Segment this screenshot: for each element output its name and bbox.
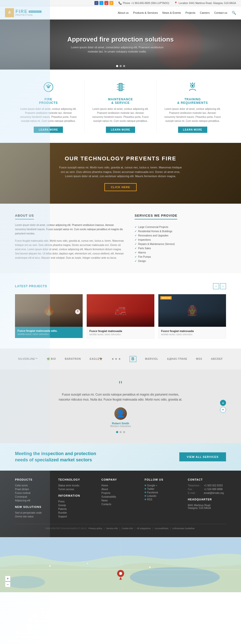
hero-title: Approved fire protection solutions: [67, 36, 174, 43]
project-card-3[interactable]: RESCUE 👨‍🚒 Fusce feugiat malesuada MORBI…: [158, 294, 226, 339]
check-icon-9: ✓: [135, 260, 137, 262]
phone-label: Phone: [123, 2, 130, 5]
t-dot-3[interactable]: [123, 431, 125, 433]
partner-4: Eagle🦅: [90, 358, 103, 360]
dot-twitter: [145, 488, 146, 490]
footer-follow-twitter[interactable]: Twitter: [145, 488, 183, 490]
testimonial-up-btn[interactable]: ▲: [220, 400, 226, 406]
partner-10: AbcDef: [211, 358, 223, 360]
svg-point-14: [49, 565, 51, 567]
project-sub-2: MORBI NUNC ODIO GRAVIDA: [89, 333, 152, 336]
quote-mark: ": [30, 380, 211, 390]
training-learn-btn[interactable]: LEARN MORE: [178, 127, 207, 133]
footer-follow-linkedin[interactable]: Linkedin: [145, 495, 183, 497]
footer-bottom-link-6[interactable]: Unfortunate GuideBan: [172, 527, 195, 530]
feature-training: TRAINING& REQUIREMENTS Lorem ipsum dolor…: [159, 80, 226, 133]
project-info-2: Fusce feugiat malesuada MORBI NUNC ODIO …: [87, 327, 154, 339]
check-icon-2: ✓: [135, 230, 137, 233]
footer-info-link-3[interactable]: Patents: [58, 508, 96, 510]
nav-about[interactable]: About us: [118, 11, 128, 14]
footer-company-link-1[interactable]: Home: [101, 484, 140, 487]
main-nav: About us Products & Services News & Even…: [118, 11, 236, 15]
footer-bottom-link-3[interactable]: Cookie info: [122, 527, 133, 530]
tech-banner-btn[interactable]: CLICK HERE: [104, 183, 137, 191]
t-dot-2[interactable]: [120, 431, 122, 433]
hero-dot-1[interactable]: [116, 65, 118, 67]
services-section: SERVICES WE PROVIDE ✓Large Commercial Pr…: [135, 214, 226, 263]
footer-company-link-4[interactable]: Sustainability: [101, 495, 140, 498]
rescue-label: RESCUE: [160, 296, 172, 299]
check-icon-8: ✓: [135, 255, 137, 258]
location-info: 📍 Location 6441 Martinus Road, Glasgow, …: [174, 2, 236, 5]
footer-info-link-2[interactable]: Gossip: [58, 504, 96, 507]
footer-info-link-1[interactable]: Press: [58, 500, 96, 503]
nav-products[interactable]: Products & Services: [133, 11, 158, 14]
footer-follow-google[interactable]: Google +: [145, 484, 183, 487]
maintenance-learn-btn[interactable]: LEARN MORE: [106, 127, 135, 133]
feature-maintenance: MAINTENANCE& SERVICE Lorem ipsum dolor s…: [87, 80, 154, 133]
search-icon[interactable]: 🔍: [232, 11, 236, 15]
footer-info-link-4[interactable]: Rumble: [58, 511, 96, 514]
footer-follow-rss[interactable]: RSS: [145, 498, 183, 501]
top-social-links: f t g ⊛: [94, 1, 113, 5]
tech-banner-title: OUR TECHNOLOGY PREVENTS FIRE: [58, 155, 183, 162]
footer-company-link-3[interactable]: Projects: [101, 492, 140, 494]
tech-banner-subtitle: Fusce suscipit varius mi. Morbi nunc odi…: [58, 165, 183, 179]
map-section: + −: [0, 537, 241, 592]
service-item: ✓Alarms: [135, 250, 226, 255]
footer-info-link-5[interactable]: Support: [58, 515, 96, 518]
feature-training-text: Lorem ipsum dolor sit amet, contour adip…: [164, 107, 221, 123]
project-image-2: 🚒: [87, 294, 154, 327]
map-zoom-out-btn[interactable]: −: [5, 582, 10, 587]
service-item: ✓Inspections: [135, 238, 226, 242]
t-dot-1[interactable]: [116, 431, 118, 433]
facebook-top-icon[interactable]: f: [94, 1, 98, 5]
footer-company-link-5[interactable]: News: [101, 499, 140, 502]
footer-hq-title: HEADQUARTER: [188, 498, 226, 501]
footer-tech-link-1[interactable]: Status error incodu: [58, 484, 96, 487]
testimonial-down-btn[interactable]: ▼: [220, 407, 226, 413]
twitter-top-icon[interactable]: t: [99, 1, 103, 5]
footer-tech-link-2[interactable]: Turren accous: [58, 488, 96, 491]
phone-number: +1 963-665-9605 (560-LUPTADO): [131, 2, 169, 5]
testimonial-company: Western Industries: [30, 425, 211, 428]
nav-contact[interactable]: Contact us: [214, 11, 227, 14]
dot-linkedin: [145, 495, 146, 497]
hero-dot-2[interactable]: [120, 65, 122, 67]
nav-projects[interactable]: Projects: [186, 11, 196, 14]
footer-company: COMPANY Home About Projects Sustainabili…: [101, 478, 140, 519]
dot-facebook: [145, 492, 146, 493]
footer-bottom-link-2[interactable]: Service info: [106, 527, 118, 530]
projects-nav: ‹ ›: [213, 283, 226, 289]
partner-8: АДНА5 ГРАНЕ: [167, 358, 187, 360]
rss-top-icon[interactable]: ⊛: [109, 1, 113, 5]
project-card-2[interactable]: 🚒 Fusce feugiat malesuada MORBI NUNC ODI…: [87, 294, 154, 339]
gplus-top-icon[interactable]: g: [104, 1, 108, 5]
footer-company-title: COMPANY: [101, 478, 140, 481]
footer-follow-facebook[interactable]: Facebook: [145, 491, 183, 494]
services-title: SERVICES WE PROVIDE: [135, 214, 177, 219]
footer-bottom-link-4[interactable]: All subpptions: [137, 527, 151, 530]
project-info-3: Fusce feugiat malesuada MORBI NUNC ODIO …: [158, 327, 226, 339]
project-image-3: RESCUE 👨‍🚒: [158, 294, 226, 327]
footer-separator: |: [86, 527, 88, 530]
footer-bottom-link-1[interactable]: Privacy policy: [89, 527, 102, 530]
footer-bottom-link-5[interactable]: AccountRules: [155, 527, 169, 530]
nav-careers[interactable]: Careers: [200, 11, 210, 14]
hero-dot-3[interactable]: [123, 65, 125, 67]
map-zoom-in-btn[interactable]: +: [5, 576, 10, 581]
view-all-services-btn[interactable]: VIEW ALL SERVICES: [179, 452, 226, 461]
location-label: Location: [179, 2, 188, 5]
divider-1: [84, 80, 85, 133]
check-icon-6: ✓: [135, 247, 137, 250]
footer-company-link-2[interactable]: About: [101, 488, 140, 491]
svg-point-9: [130, 567, 220, 587]
footer-company-link-6[interactable]: Contacts: [101, 503, 140, 506]
feature-training-title: TRAINING& REQUIREMENTS: [164, 98, 221, 105]
footer-follow: FOLLOW US Google + Twitter Facebook Link…: [145, 478, 183, 519]
nav-news[interactable]: News & Events: [162, 11, 181, 14]
projects-prev-btn[interactable]: ‹: [213, 283, 219, 289]
svg-point-15: [87, 563, 88, 564]
footer-tech-info: TECHNOLOGY Status error incodu Turren ac…: [58, 478, 96, 519]
projects-next-btn[interactable]: ›: [220, 283, 226, 289]
